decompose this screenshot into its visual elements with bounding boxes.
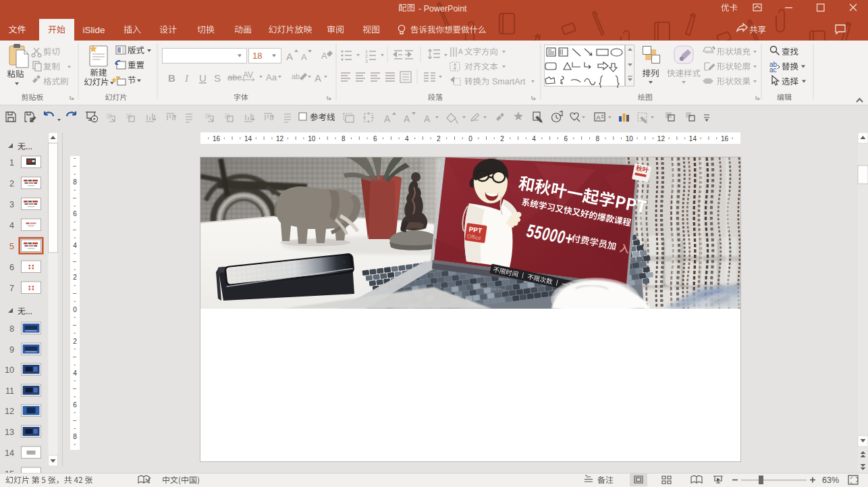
svg-text:- PowerPoint: - PowerPoint bbox=[418, 4, 467, 14]
svg-text:2: 2 bbox=[73, 338, 77, 345]
svg-text:6: 6 bbox=[73, 210, 77, 217]
svg-text:12: 12 bbox=[657, 135, 666, 143]
svg-text:3: 3 bbox=[365, 59, 368, 63]
svg-text:2: 2 bbox=[500, 135, 504, 143]
svg-text:4: 4 bbox=[73, 242, 77, 249]
svg-text:4: 4 bbox=[9, 221, 14, 230]
svg-text:I: I bbox=[184, 73, 189, 84]
svg-text:U: U bbox=[199, 72, 207, 84]
svg-text:12: 12 bbox=[5, 407, 14, 416]
svg-text:63%: 63% bbox=[822, 476, 839, 485]
svg-text:6: 6 bbox=[73, 401, 77, 409]
svg-text:9: 9 bbox=[9, 345, 14, 355]
svg-text:4: 4 bbox=[73, 369, 77, 377]
svg-text:18: 18 bbox=[252, 51, 262, 61]
svg-text:A: A bbox=[404, 113, 410, 124]
svg-text:A: A bbox=[315, 72, 321, 84]
svg-text:13: 13 bbox=[5, 428, 14, 437]
svg-text:8: 8 bbox=[342, 135, 346, 143]
svg-text:1: 1 bbox=[9, 158, 14, 168]
svg-text:1: 1 bbox=[365, 49, 368, 54]
svg-text:10: 10 bbox=[626, 135, 634, 143]
svg-text:14: 14 bbox=[5, 448, 14, 458]
svg-text:8: 8 bbox=[595, 135, 599, 143]
svg-text:5: 5 bbox=[9, 242, 14, 251]
svg-text:8: 8 bbox=[9, 324, 14, 334]
svg-text:7: 7 bbox=[9, 284, 14, 293]
svg-text:4: 4 bbox=[532, 135, 536, 143]
svg-text:S: S bbox=[214, 72, 221, 84]
svg-text:8: 8 bbox=[73, 178, 77, 186]
svg-text:2: 2 bbox=[437, 135, 441, 143]
svg-text:4: 4 bbox=[405, 135, 409, 143]
svg-text:2: 2 bbox=[73, 274, 77, 281]
svg-text:6: 6 bbox=[564, 135, 568, 143]
svg-text:16: 16 bbox=[721, 135, 729, 143]
svg-text:A: A bbox=[424, 113, 431, 124]
svg-text:A: A bbox=[597, 114, 601, 121]
svg-text:A: A bbox=[384, 113, 391, 124]
svg-text:6: 6 bbox=[373, 135, 377, 143]
svg-text:11: 11 bbox=[5, 386, 14, 396]
svg-text:6: 6 bbox=[9, 263, 14, 272]
svg-text:SmartArt: SmartArt bbox=[492, 77, 526, 86]
svg-text:14: 14 bbox=[689, 135, 697, 143]
svg-text:16: 16 bbox=[213, 135, 221, 143]
svg-text:2: 2 bbox=[9, 179, 14, 188]
svg-text:10: 10 bbox=[5, 365, 14, 375]
svg-text:10: 10 bbox=[308, 135, 316, 143]
svg-text:A: A bbox=[286, 51, 293, 62]
svg-text:14: 14 bbox=[244, 135, 252, 143]
svg-text:12: 12 bbox=[276, 135, 284, 143]
svg-text:abc: abc bbox=[227, 72, 242, 82]
svg-text:A: A bbox=[458, 48, 463, 55]
svg-text:0: 0 bbox=[73, 306, 77, 313]
svg-text:Aa: Aa bbox=[266, 72, 277, 82]
svg-text:2: 2 bbox=[365, 54, 368, 59]
svg-text:8: 8 bbox=[73, 433, 77, 440]
svg-text:ab: ab bbox=[292, 72, 300, 80]
svg-text:ac: ac bbox=[769, 66, 777, 74]
svg-text:0: 0 bbox=[468, 135, 472, 143]
svg-text:A: A bbox=[321, 51, 327, 61]
svg-text:3: 3 bbox=[9, 200, 14, 209]
svg-text:B: B bbox=[168, 72, 175, 84]
svg-text:A: A bbox=[301, 52, 307, 62]
svg-text:iSlide: iSlide bbox=[82, 25, 105, 35]
